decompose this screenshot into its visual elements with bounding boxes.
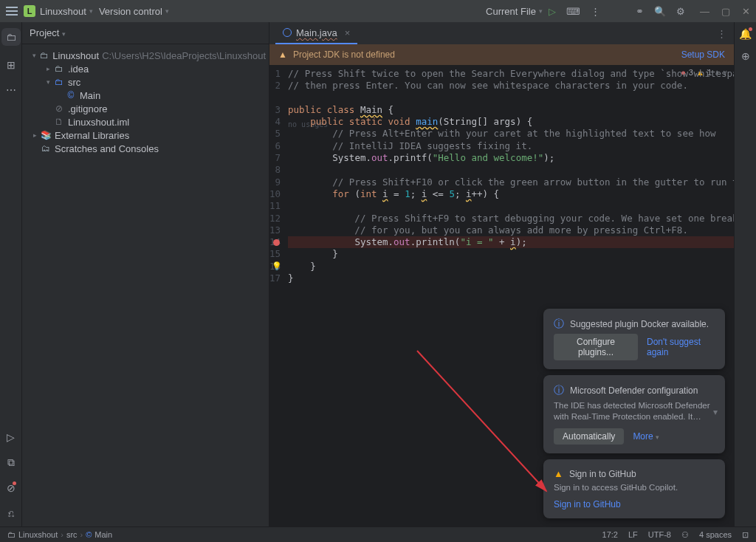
titlebar: L Linuxshout ▾ Version control ▾ Current… xyxy=(0,0,756,22)
tree-label: Main xyxy=(80,90,100,101)
notifications-icon[interactable]: 🔔 xyxy=(739,28,752,40)
code-line: System.out.printf("Hello and welcome!"); xyxy=(288,152,734,164)
line-separator[interactable]: LF xyxy=(628,530,638,540)
more-actions-icon[interactable]: ⋮ xyxy=(591,6,600,17)
code-with-me-icon[interactable]: ⚭ xyxy=(636,6,644,17)
close-tab-icon[interactable]: × xyxy=(345,27,351,38)
chevron-down-icon: ▾ xyxy=(165,7,169,15)
sidebar-title[interactable]: Project ▾ xyxy=(30,27,66,38)
notification-body: Sign in to access GitHub Copilot. xyxy=(554,482,715,493)
sidebar-header: Project ▾ xyxy=(22,22,269,44)
collapse-icon[interactable]: ▾ xyxy=(43,78,53,86)
warning-icon: ▲ xyxy=(278,49,287,60)
tree-folder-idea[interactable]: ▸ 🗀 .idea xyxy=(22,62,269,75)
tree-label: Linuxshout xyxy=(52,50,99,61)
source-folder-icon: 🗀 xyxy=(53,77,65,87)
file-icon: ⊘ xyxy=(53,103,65,114)
vcs-tool-icon[interactable]: ⎌ xyxy=(8,507,14,519)
project-sidebar: Project ▾ ▾ 🗀 Linuxshout C:\Users\H2S\Id… xyxy=(22,22,269,526)
dont-suggest-link[interactable]: Don't suggest again xyxy=(647,337,715,357)
run-config-selector[interactable]: Current File ▾ xyxy=(486,6,543,17)
ai-assistant-icon[interactable]: ⊕ xyxy=(741,50,750,62)
setup-sdk-link[interactable]: Setup SDK xyxy=(681,49,725,60)
project-tree: ▾ 🗀 Linuxshout C:\Users\H2S\IdeaProjects… xyxy=(22,44,269,159)
vcs-menu[interactable]: Version control ▾ xyxy=(99,6,169,17)
run-tool-icon[interactable]: ▷ xyxy=(7,431,15,443)
terminal-tool-icon[interactable]: ⧉ xyxy=(7,456,15,469)
scratches-icon: 🗂 xyxy=(40,143,52,154)
settings-icon[interactable]: ⚙ xyxy=(676,6,685,17)
status-more-icon[interactable]: ⊡ xyxy=(742,530,749,540)
code-line-breakpoint: System.out.println("i = " + i); xyxy=(288,236,734,248)
line-numbers: 1234567891011121314151617 xyxy=(269,65,288,284)
tree-folder-src[interactable]: ▾ 🗀 src xyxy=(22,75,269,89)
notification-github: ▲Sign in to GitHub Sign in to access Git… xyxy=(543,459,725,518)
structure-tool-icon[interactable]: ⋯ xyxy=(6,84,16,96)
annotation-arrow xyxy=(413,347,568,502)
tree-file-iml[interactable]: 🗋 Linuxshout.iml xyxy=(22,115,269,128)
readonly-icon[interactable]: ⚇ xyxy=(681,530,689,540)
notification-title: Suggested plugin Docker available. xyxy=(570,319,709,329)
code-line xyxy=(288,164,734,176)
code-line: for (int i = 1; i <= 5; i++) { xyxy=(288,188,734,200)
cursor-position[interactable]: 17:2 xyxy=(602,530,618,540)
file-icon: 🗋 xyxy=(53,117,65,127)
code-line: } xyxy=(288,248,734,260)
problems-tool-icon[interactable]: ⊘ xyxy=(7,482,16,494)
run-icon[interactable]: ▷ xyxy=(549,6,556,17)
minimize-button[interactable]: — xyxy=(700,6,709,17)
folder-icon: 🗀 xyxy=(53,64,65,74)
project-tool-icon[interactable]: 🗀 xyxy=(1,28,21,46)
tree-file-gitignore[interactable]: ⊘ .gitignore xyxy=(22,102,269,115)
folder-icon: 🗀 xyxy=(7,530,16,539)
tree-file-main[interactable]: © Main xyxy=(22,89,269,102)
chevron-down-icon: ▾ xyxy=(62,30,66,38)
tree-external-libs[interactable]: ▸ 📚 External Libraries xyxy=(22,128,269,142)
lightbulb-icon[interactable]: 💡 xyxy=(272,261,282,272)
code-line: // Press Shift+F10 or click the green ar… xyxy=(288,176,734,188)
breadcrumb[interactable]: 🗀 Linuxshout › src › © Main xyxy=(7,530,112,539)
tree-root[interactable]: ▾ 🗀 Linuxshout C:\Users\H2S\IdeaProjects… xyxy=(22,49,269,62)
tab-more-icon[interactable]: ⋮ xyxy=(717,28,734,39)
tab-label: Main.java xyxy=(296,27,337,38)
indent-setting[interactable]: 4 spaces xyxy=(699,530,732,540)
notification-title: Sign in to GitHub xyxy=(569,469,636,479)
library-icon: 📚 xyxy=(40,130,52,140)
expand-icon[interactable]: ▸ xyxy=(43,65,53,72)
breadcrumb-item[interactable]: Main xyxy=(94,530,112,539)
code-line: // then press Enter. You can now see whi… xyxy=(288,80,688,91)
close-button[interactable]: ✕ xyxy=(742,6,750,17)
code-line: // for you, but you can always add more … xyxy=(288,224,688,236)
tree-label: External Libraries xyxy=(55,130,129,141)
tree-scratches[interactable]: 🗂 Scratches and Consoles xyxy=(22,142,269,155)
search-icon[interactable]: 🔍 xyxy=(654,6,666,17)
editor-tabs: Main.java × ⋮ xyxy=(269,22,734,44)
main-menu-icon[interactable] xyxy=(6,7,18,16)
code-line: } xyxy=(288,272,734,284)
breadcrumb-item[interactable]: src xyxy=(66,530,78,539)
info-icon: ⓘ xyxy=(554,318,564,331)
tree-label: src xyxy=(68,77,80,88)
encoding[interactable]: UTF-8 xyxy=(648,530,671,540)
expand-icon[interactable]: ▾ xyxy=(713,407,718,417)
collapse-icon[interactable]: ▾ xyxy=(30,52,39,59)
project-badge-icon: L xyxy=(24,5,35,17)
expand-icon[interactable]: ▸ xyxy=(30,131,40,139)
breadcrumb-item[interactable]: Linuxshout xyxy=(18,530,58,539)
code-line: public class Main { xyxy=(288,104,734,116)
left-toolstrip: 🗀 ⊞ ⋯ ▷ ⧉ ⊘ ⎌ xyxy=(0,22,22,526)
more-link[interactable]: More ▾ xyxy=(633,431,659,442)
commit-tool-icon[interactable]: ⊞ xyxy=(7,59,16,71)
project-selector[interactable]: L Linuxshout ▾ xyxy=(24,5,93,17)
tree-label: .gitignore xyxy=(68,103,107,114)
tab-main-java[interactable]: Main.java × xyxy=(275,22,357,44)
notification-defender: ⓘMicrosoft Defender configuration The ID… xyxy=(543,375,725,453)
banner-text: Project JDK is not defined xyxy=(293,49,395,60)
java-class-icon xyxy=(283,28,292,37)
maximize-button[interactable]: ▢ xyxy=(721,6,730,17)
project-name: Linuxshout xyxy=(40,6,86,17)
svg-line-0 xyxy=(417,351,546,491)
debug-icon[interactable]: ⌨ xyxy=(566,6,580,17)
notification-title: Microsoft Defender configuration xyxy=(570,385,698,396)
notification-stack: ⓘSuggested plugin Docker available. Conf… xyxy=(543,309,725,518)
